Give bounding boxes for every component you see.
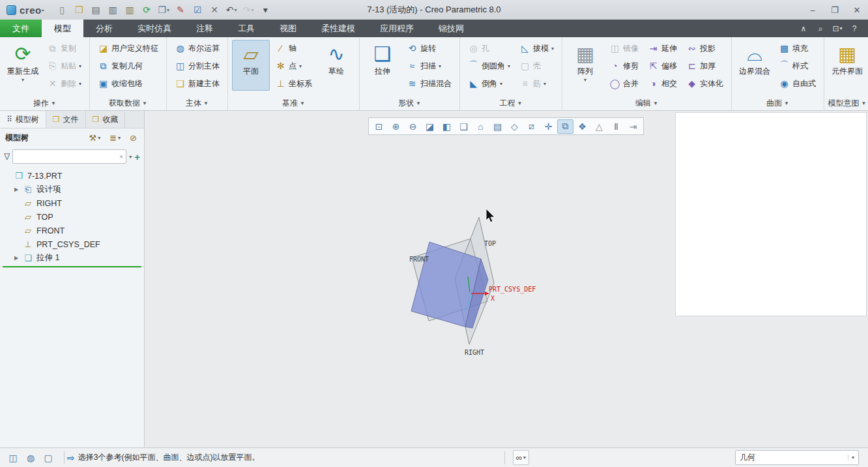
tree-item-part[interactable]: ❒7-13.PRT	[4, 169, 144, 183]
command-search-icon[interactable]: ⌕	[813, 22, 828, 35]
group-label-工程[interactable]: 工程▼	[461, 97, 560, 110]
tab-注释[interactable]: 注释	[184, 20, 225, 37]
tab-应用程序[interactable]: 应用程序	[368, 20, 426, 37]
tree-item-extrude-1[interactable]: ▶❑拉伸 1	[4, 251, 144, 265]
tab-工具[interactable]: 工具	[225, 20, 267, 37]
save-icon[interactable]: ▤	[88, 2, 104, 18]
find-tool[interactable]: ∞ ▾	[513, 450, 529, 465]
windows-icon[interactable]: ❐▾	[156, 2, 171, 18]
button-delete[interactable]: ✕删除▾	[43, 75, 85, 92]
group-label-模型意图[interactable]: 模型意图▼	[826, 97, 868, 110]
group-label-曲面[interactable]: 曲面▼	[733, 97, 822, 110]
button-copy-geometry[interactable]: ⧉复制几何	[94, 57, 162, 74]
button-freestyle[interactable]: ◉自由式	[775, 75, 820, 92]
exit-icon[interactable]: ⇥	[625, 119, 641, 134]
big-button-regenerate[interactable]: ⟳重新生成▾	[4, 40, 42, 91]
big-button-component-interface[interactable]: ▦元件界面	[828, 40, 866, 91]
big-button-pattern[interactable]: ▦阵列▾	[566, 40, 604, 91]
button-split-body[interactable]: ◫分割主体	[171, 57, 224, 74]
blank-panel-icon[interactable]: ▢	[40, 451, 56, 465]
group-label-操作[interactable]: 操作▼	[1, 97, 88, 110]
button-intersect[interactable]: ◑相交	[644, 75, 681, 92]
big-button-boundary-blend[interactable]: ⌓边界混合	[736, 40, 774, 91]
zoom-in-icon[interactable]: ⊕	[388, 119, 404, 134]
button-mirror[interactable]: ◫镜像	[605, 40, 643, 57]
minimize-ribbon-icon[interactable]: ∧	[796, 22, 811, 35]
filter-add-icon[interactable]: +	[134, 151, 140, 162]
button-datum-point[interactable]: ✻点▾	[271, 57, 316, 74]
tab-锦技网[interactable]: 锦技网	[426, 20, 476, 37]
button-datum-csys[interactable]: ⊥坐标系	[271, 75, 316, 92]
annotation-display-icon[interactable]: ⧉	[557, 119, 573, 134]
group-label-基准[interactable]: 基准▼	[229, 97, 358, 110]
datum-display-icon[interactable]: ✛	[540, 119, 557, 134]
group-label-获取数据[interactable]: 获取数据▼	[91, 97, 165, 110]
button-user-defined-feature[interactable]: ◪用户定义特征	[94, 40, 162, 57]
tree-item-front-plane[interactable]: ▱FRONT	[4, 224, 144, 237]
group-label-主体[interactable]: 主体▼	[168, 97, 226, 110]
spin-center-icon[interactable]: ❖	[574, 119, 590, 134]
button-extend[interactable]: ⇥延伸	[644, 40, 681, 57]
button-merge[interactable]: ◯合并	[605, 75, 643, 92]
insertion-indicator[interactable]	[3, 266, 141, 267]
help-icon[interactable]: ?	[847, 22, 861, 35]
verify-icon[interactable]: ☑	[190, 2, 205, 18]
tree-hide-icon[interactable]: ⊘	[128, 132, 139, 144]
tab-文件[interactable]: 文件	[0, 20, 42, 37]
view-manager-icon[interactable]: ▤	[489, 119, 506, 134]
filter-dropdown-icon[interactable]: ▾	[129, 154, 132, 160]
tree-filter-input[interactable]: ×	[12, 149, 126, 164]
graphics-area[interactable]: FRONT TOP RIGHT PRT_CSYS_DEF X ⊡⊕⊖◪◧❑⌂▤◇…	[145, 111, 868, 447]
button-rib[interactable]: ≡筋▾	[515, 75, 558, 92]
tab-视图[interactable]: 视图	[267, 20, 309, 37]
display-settings-icon[interactable]: ⊡▾	[830, 22, 845, 35]
button-draft[interactable]: ◺拔模▾	[515, 40, 558, 57]
button-thicken[interactable]: ⊏加厚	[682, 57, 727, 74]
tree-item-top-plane[interactable]: ▱TOP	[4, 210, 144, 224]
big-button-sketch[interactable]: ∿草绘	[317, 40, 355, 91]
regenerate-icon[interactable]: ⟳	[139, 2, 154, 18]
display-style-icon[interactable]: ❑	[456, 119, 472, 134]
button-round[interactable]: ⌒倒圆角▾	[464, 57, 514, 74]
tab-model-tree[interactable]: ⠿模型树	[0, 111, 46, 128]
panel-toggle-icon[interactable]: ◫	[5, 451, 21, 465]
tab-分析[interactable]: 分析	[83, 20, 125, 37]
group-label-编辑[interactable]: 编辑▼	[564, 97, 730, 110]
group-label-形状[interactable]: 形状▼	[361, 97, 458, 110]
button-fill[interactable]: ▩填充	[775, 40, 820, 57]
tab-柔性建模[interactable]: 柔性建模	[309, 20, 368, 37]
redo-icon[interactable]: ↷▾	[240, 2, 256, 18]
restore-button[interactable]: ❐	[824, 1, 846, 19]
section-icon[interactable]: ⧄	[523, 119, 540, 134]
tree-item-right-plane[interactable]: ▱RIGHT	[4, 196, 144, 210]
rename-icon[interactable]: ▥	[122, 2, 137, 18]
filter-clear-icon[interactable]: ×	[119, 153, 123, 160]
button-solidify[interactable]: ◆实体化	[682, 75, 727, 92]
tree-tools-icon[interactable]: ⚒▾	[87, 132, 103, 144]
close-button[interactable]: ✕	[846, 1, 868, 19]
selection-filter-dropdown[interactable]: 几何 ▾	[735, 450, 859, 465]
annotate-icon[interactable]: ✎	[173, 2, 188, 18]
button-shell[interactable]: ▢壳	[515, 57, 558, 74]
tab-folder-browser[interactable]: ❒文件	[46, 111, 86, 128]
button-trim[interactable]: ◔修剪	[605, 57, 643, 74]
button-hole[interactable]: ◎孔	[464, 40, 514, 57]
button-paste[interactable]: ⎘粘贴▾	[43, 57, 85, 74]
minimize-button[interactable]: –	[802, 1, 824, 19]
pause-icon[interactable]: Ⅱ	[608, 119, 624, 134]
find-dropdown-icon[interactable]: ▾	[523, 455, 526, 460]
zoom-fit-icon[interactable]: ⊡	[371, 119, 387, 134]
button-style[interactable]: ⌒样式	[775, 57, 820, 74]
button-boolean-operations[interactable]: ◍布尔运算	[171, 40, 224, 57]
saved-orientations-icon[interactable]: ⌂	[472, 119, 489, 134]
tree-settings-icon[interactable]: ≣▾	[108, 132, 123, 144]
button-sweep[interactable]: ≈扫描▾	[403, 57, 456, 74]
web-browser-icon[interactable]: ◍	[23, 451, 38, 465]
button-datum-axis[interactable]: ∕轴	[271, 40, 316, 57]
geometry-check-icon[interactable]: △	[591, 119, 607, 134]
tab-favorites[interactable]: ❒收藏	[86, 111, 126, 128]
tab-实时仿真[interactable]: 实时仿真	[125, 20, 184, 37]
button-revolve[interactable]: ⟲旋转	[403, 40, 456, 57]
tab-模型[interactable]: 模型	[42, 20, 83, 37]
customize-toolbar-icon[interactable]: ▾	[257, 2, 273, 18]
